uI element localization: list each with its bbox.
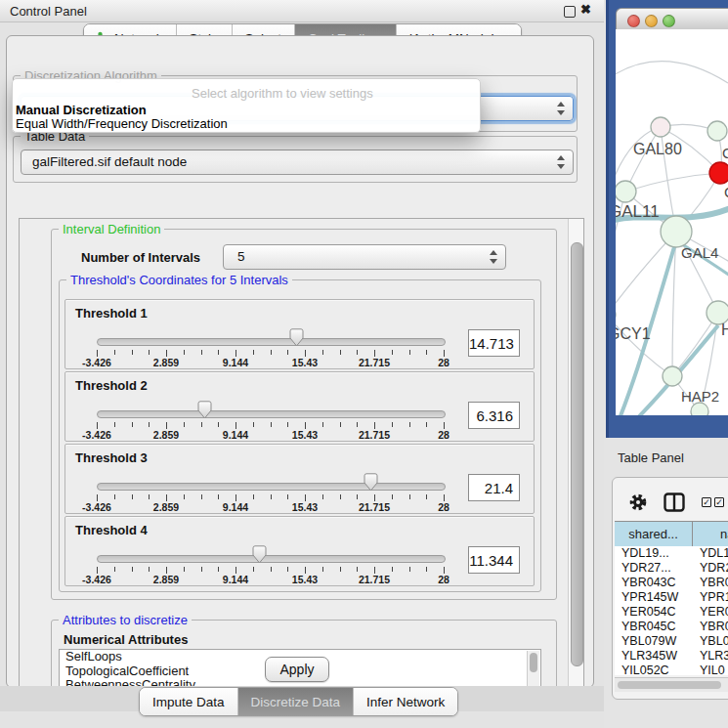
table-row[interactable]: YER054CYER0	[615, 605, 728, 620]
checkbox-icon[interactable]: ✓	[702, 497, 711, 507]
checkbox-icon[interactable]: ✓	[714, 497, 724, 507]
slider-tick	[444, 422, 445, 429]
network-node-hap2[interactable]	[663, 366, 682, 386]
list-scrollbar[interactable]	[527, 651, 539, 688]
cell-shared-name: YDL19...	[621, 546, 669, 560]
slider-tick	[132, 350, 133, 355]
network-node[interactable]	[707, 121, 727, 141]
slider-tick	[236, 422, 236, 429]
apply-button[interactable]: Apply	[265, 657, 329, 682]
table-row[interactable]: YDL19...YDL1	[615, 546, 728, 561]
slider-thumb[interactable]	[364, 473, 378, 492]
thresholds-group-title: Threshold's Coordinates for 5 Intervals	[66, 273, 292, 287]
screenshot-stage: Control Panel ✖ NetworkStyleSelectCyni T…	[0, 0, 728, 728]
table-row[interactable]: YBR045CYBR0	[615, 620, 728, 634]
table-body[interactable]: YDL19...YDL1YDR27...YDR2YBR043CYBR0YPR14…	[615, 546, 728, 675]
node-label-h: H	[721, 321, 728, 338]
popup-item-equal-width-frequency-discretization[interactable]: Equal Width/Frequency Discretization	[16, 116, 228, 131]
table-row[interactable]: YPR145WYPR1	[615, 590, 728, 605]
slider-tick	[305, 567, 306, 574]
slider-tick	[218, 422, 219, 427]
slider-tick	[149, 350, 150, 355]
slider-tick	[340, 567, 341, 572]
network-canvas[interactable]: GAL80GCGAL11GAL4GCY1HHAP2	[616, 29, 728, 415]
column-header-name[interactable]: na	[693, 522, 728, 546]
slider-track[interactable]	[97, 338, 446, 346]
threshold-value-field[interactable]: 21.4	[468, 474, 520, 501]
threshold-label: Threshold 1	[75, 306, 148, 321]
table-row[interactable]: YBR043CYBR0	[615, 576, 728, 590]
popup-item-manual-discretization[interactable]: Manual Discretization	[16, 103, 147, 117]
cell-shared-name: YER054C	[621, 605, 676, 619]
table-data-combo[interactable]: galFiltered.sif default node	[21, 150, 574, 175]
algorithm-popup: Select algorithm to view settings Manual…	[12, 78, 481, 133]
slider-tick-label: 9.144	[223, 357, 248, 368]
slider-track[interactable]	[97, 555, 446, 563]
gear-icon[interactable]	[629, 493, 647, 511]
slider-tick	[201, 567, 202, 572]
table-row[interactable]: YLR345WYLR3	[615, 649, 728, 664]
slider-tick	[201, 422, 202, 427]
zoom-traffic-light-icon[interactable]	[663, 15, 675, 27]
slider-tick-label: -3.426	[82, 429, 111, 441]
slider-tick	[236, 350, 236, 357]
close-icon[interactable]: ✖	[580, 2, 591, 17]
slider-tick	[409, 567, 410, 572]
network-nodes[interactable]	[616, 117, 728, 415]
slider-tick	[322, 567, 323, 572]
slider-tick	[97, 422, 98, 429]
tab-impute-data[interactable]: Impute Data	[140, 688, 238, 715]
slider-tick	[392, 350, 393, 355]
combo-stepper-icon	[557, 154, 566, 170]
close-traffic-light-icon[interactable]	[627, 15, 640, 27]
threshold-label: Threshold 4	[75, 523, 148, 537]
number-of-intervals-value: 5	[237, 249, 245, 264]
network-node-gal80[interactable]	[651, 117, 670, 137]
threshold-row-1: Threshold 1-3.4262.8599.14415.4321.71528…	[64, 299, 535, 369]
slider-tick	[409, 422, 410, 427]
slider-tick	[149, 494, 150, 499]
cell-shared-name: YBR045C	[621, 620, 676, 633]
tab-infer-network[interactable]: Infer Network	[354, 688, 457, 715]
control-panel-window: Control Panel ✖ NetworkStyleSelectCyni T…	[0, 0, 604, 728]
slider-tick	[357, 494, 358, 499]
table-hscrollbar-thumb[interactable]	[618, 681, 721, 689]
minimize-traffic-light-icon[interactable]	[645, 15, 658, 27]
slider-thumb[interactable]	[197, 401, 212, 419]
slider-track[interactable]	[97, 410, 446, 418]
threshold-row-3: Threshold 3-3.4262.8599.14415.4321.71528…	[64, 444, 535, 514]
slider-thumb[interactable]	[252, 545, 267, 564]
cell-name: YPR1	[700, 590, 728, 604]
network-node-gal11[interactable]	[616, 181, 636, 202]
main-scrollbar-track[interactable]	[568, 219, 583, 690]
table-hscrollbar-track[interactable]	[615, 677, 728, 692]
number-of-intervals-combo[interactable]: 5	[223, 244, 506, 270]
network-node-c[interactable]	[709, 162, 728, 184]
threshold-value-field[interactable]: 11.344	[468, 546, 520, 574]
threshold-value-field[interactable]: 6.316	[468, 402, 520, 429]
slider-thumb[interactable]	[289, 328, 304, 347]
table-row[interactable]: YDR27...YDR2	[615, 561, 728, 576]
table-row[interactable]: YIL052CYIL0	[615, 664, 728, 675]
slider-tick	[426, 350, 427, 355]
node-label-gal11: GAL11	[616, 202, 660, 221]
slider-tick	[305, 422, 306, 429]
column-header-shared[interactable]: shared...	[615, 522, 693, 546]
slider-tick	[253, 350, 254, 355]
slider-tick	[357, 350, 358, 355]
tab-discretize-data[interactable]: Discretize Data	[238, 688, 355, 715]
slider-tick	[409, 350, 410, 355]
slider-tick	[184, 494, 185, 499]
main-scrollbar-thumb[interactable]	[571, 242, 583, 666]
slider-tick	[218, 350, 219, 355]
slider-track[interactable]	[97, 483, 446, 491]
slider-tick-label: 15.43	[292, 429, 318, 441]
float-window-icon[interactable]	[564, 6, 576, 18]
slider-tick	[201, 350, 202, 355]
threshold-value-field[interactable]: 14.713	[468, 329, 520, 357]
slider-tick	[374, 567, 375, 574]
table-row[interactable]: YBL079WYBL0	[615, 634, 728, 649]
column-layout-icon[interactable]	[664, 492, 685, 512]
slider-tick	[357, 567, 358, 572]
network-node-gal4[interactable]	[661, 216, 692, 247]
